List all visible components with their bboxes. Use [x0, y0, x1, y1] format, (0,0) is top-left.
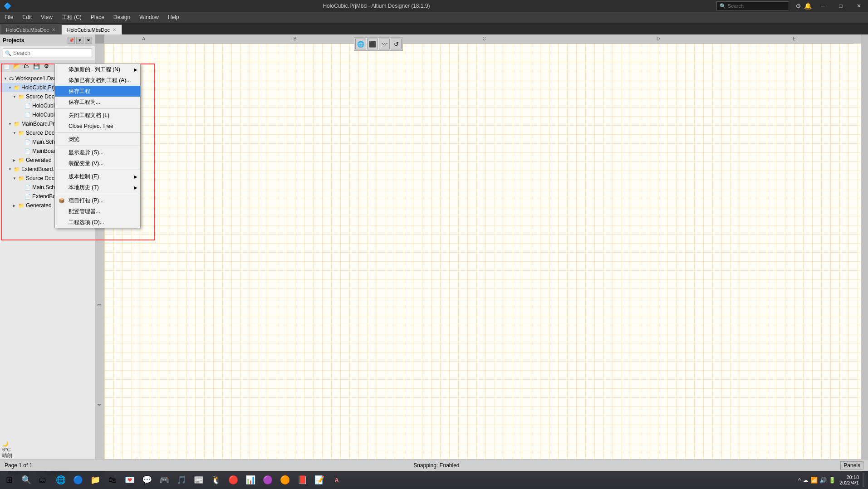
ctx-close-docs-label: 关闭工程文档 (L) — [69, 112, 109, 119]
settings-btn[interactable]: ⚙ — [42, 62, 51, 71]
start-button[interactable]: ⊞ — [0, 471, 18, 489]
menu-project[interactable]: 工程 (C) — [57, 12, 86, 23]
menu-bar: File Edit View 工程 (C) Place Design Windo… — [0, 12, 868, 23]
taskbar-music[interactable]: 🎵 — [173, 472, 190, 488]
ctx-add-existing[interactable]: 添加已有文档到工程 (A)... — [55, 75, 140, 86]
ctx-close-project-tree[interactable]: Close Project Tree — [55, 121, 140, 132]
tab-mbsdoc-close[interactable]: ✕ — [113, 27, 116, 32]
panel-title: Projects — [3, 37, 24, 44]
submenu-arrow-icon-2: ▶ — [134, 174, 137, 179]
generated-1-label: Generated — [26, 157, 52, 163]
taskbar-sys-icons: ^ ☁ 📶 🔊 🔋 — [798, 477, 836, 484]
ctx-save-project-as[interactable]: 保存工程为... — [55, 97, 140, 108]
taskbar-pdf[interactable]: 📕 — [294, 472, 310, 488]
panel-menu-button[interactable]: ▼ — [76, 37, 83, 44]
ctx-show-diff-label: 显示差异 (S)... — [69, 149, 103, 156]
search-icon: 🔍 — [5, 50, 11, 56]
ctx-assembly-variant[interactable]: 装配变量 (V)... — [55, 158, 140, 169]
ctx-sep-4 — [55, 170, 140, 170]
taskbar-mail[interactable]: 💌 — [122, 472, 138, 488]
taskbar-excel[interactable]: 📊 — [242, 472, 259, 488]
taskbar-cloud-icon[interactable]: ☁ — [803, 477, 809, 484]
ft-btn-2[interactable]: ⬛ — [367, 39, 378, 49]
tabs-row: HoloCubis.MbaDoc ✕ HoloCubis.MbsDoc ✕ — [0, 23, 868, 34]
ctx-close-docs[interactable]: 关闭工程文档 (L) — [55, 110, 140, 121]
taskbar-apps: 🌐 🔵 📁 🛍 💌 💬 🎮 🎵 📰 🐧 🔴 📊 🟣 🟠 📕 📝 A — [53, 472, 345, 488]
panel-close-button[interactable]: ✕ — [85, 37, 92, 44]
maximize-button[interactable]: □ — [832, 0, 850, 12]
ctx-browse[interactable]: 浏览 — [55, 134, 140, 145]
ctx-project-options-label: 工程选项 (O)... — [69, 219, 104, 226]
settings-icon[interactable]: ⚙ — [795, 2, 801, 10]
taskbar-store[interactable]: 🛍 — [104, 472, 121, 488]
ctx-save-project[interactable]: 保存工程 — [55, 86, 140, 97]
title-search-input[interactable] — [728, 3, 786, 9]
search-taskbar-button[interactable]: 🔍 — [18, 472, 34, 488]
menu-view[interactable]: View — [36, 12, 57, 23]
save-button[interactable]: 💾 — [32, 62, 41, 71]
open-folder-button[interactable]: 🗁 — [22, 62, 31, 71]
menu-window[interactable]: Window — [135, 12, 163, 23]
ctx-close-project-tree-label: Close Project Tree — [69, 123, 113, 129]
notification-icon[interactable]: 🔔 — [804, 2, 812, 10]
menu-help[interactable]: Help — [163, 12, 184, 23]
taskbar-time-block[interactable]: 20:18 2022/4/1 — [839, 474, 859, 485]
taskbar-news[interactable]: 📰 — [191, 472, 207, 488]
taskbar-files[interactable]: 📁 — [87, 472, 103, 488]
tab-mbsdoc[interactable]: HoloCubis.MbsDoc ✕ — [61, 24, 122, 34]
weather-condition: 晴朗 — [2, 452, 12, 459]
taskbar-sound-icon[interactable]: 🔊 — [819, 477, 827, 484]
open-button[interactable]: 📂 — [12, 62, 21, 71]
menu-edit[interactable]: Edit — [18, 12, 36, 23]
minimize-button[interactable]: ─ — [814, 0, 832, 12]
ctx-add-new[interactable]: 添加新的...到工程 (N) ▶ — [55, 64, 140, 75]
status-bar: Page 1 of 1 Snapping: Enabled Panels — [0, 459, 868, 471]
right-scrollbar[interactable] — [861, 34, 868, 478]
taskbar-battery-icon[interactable]: 🔋 — [829, 477, 836, 484]
title-search-box[interactable]: 🔍 — [716, 1, 789, 10]
menu-file[interactable]: File — [0, 12, 18, 23]
panel-pin-button[interactable]: 📌 — [68, 37, 75, 44]
taskbar-wifi-icon[interactable]: 📶 — [810, 477, 818, 484]
ft-btn-4[interactable]: ↺ — [391, 39, 402, 49]
ctx-show-diff[interactable]: 显示差异 (S)... — [55, 147, 140, 158]
new-file-button[interactable]: 📄 — [2, 62, 11, 71]
tab-mbadoc[interactable]: HoloCubis.MbaDoc ✕ — [0, 24, 61, 34]
taskbar-word[interactable]: 📝 — [311, 472, 328, 488]
submenu-arrow-icon-3: ▶ — [134, 185, 137, 190]
ctx-project-package-label: 项目打包 (P)... — [69, 197, 103, 205]
taskbar-purple[interactable]: 🟣 — [260, 472, 276, 488]
taskbar-up-icon[interactable]: ^ — [798, 477, 801, 484]
taskbar-game[interactable]: 🎮 — [156, 472, 172, 488]
ft-btn-1[interactable]: 🌐 — [355, 39, 366, 49]
ctx-config-manager[interactable]: 配置管理器... — [55, 206, 140, 217]
menu-place[interactable]: Place — [86, 12, 109, 23]
ctx-save-project-label: 保存工程 — [69, 88, 90, 95]
taskbar-right: ^ ☁ 📶 🔊 🔋 20:18 2022/4/1 — [798, 473, 868, 487]
taskbar-wechat[interactable]: 💬 — [139, 472, 155, 488]
taskbar-edge[interactable]: 🔵 — [70, 472, 86, 488]
taskbar-show-desktop[interactable] — [863, 473, 864, 487]
taskbar-altium[interactable]: A — [329, 472, 345, 488]
ctx-browse-label: 浏览 — [69, 136, 79, 143]
tab-mbadoc-close[interactable]: ✕ — [52, 27, 55, 32]
ctx-version-control[interactable]: 版本控制 (E) ▶ — [55, 171, 140, 182]
taskview-button[interactable]: 🗂 — [34, 472, 51, 488]
ctx-project-package[interactable]: 📦 项目打包 (P)... — [55, 195, 140, 206]
search-input-container[interactable]: 🔍 — [3, 48, 92, 58]
package-icon: 📦 — [59, 198, 65, 204]
taskbar-browser[interactable]: 🌐 — [53, 472, 69, 488]
close-button[interactable]: ✕ — [850, 0, 868, 12]
canvas-grid — [104, 44, 861, 478]
search-input[interactable] — [13, 50, 90, 56]
taskbar-orange[interactable]: 🟠 — [277, 472, 293, 488]
panels-button[interactable]: Panels — [840, 461, 863, 469]
taskbar-date: 2022/4/1 — [839, 480, 859, 485]
ctx-local-history[interactable]: 本地历史 (T) ▶ — [55, 182, 140, 193]
taskbar-penguin[interactable]: 🐧 — [208, 472, 224, 488]
ft-btn-3[interactable]: 〰 — [379, 39, 390, 49]
ctx-project-options[interactable]: 工程选项 (O)... — [55, 217, 140, 228]
menu-design[interactable]: Design — [109, 12, 135, 23]
taskbar-app-red[interactable]: 🔴 — [225, 472, 241, 488]
ctx-save-project-as-label: 保存工程为... — [69, 98, 100, 106]
